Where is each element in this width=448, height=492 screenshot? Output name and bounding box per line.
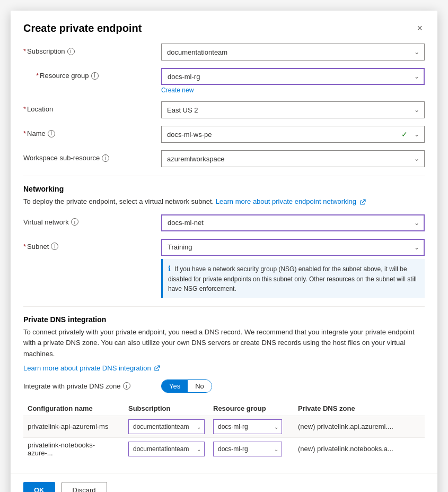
virtual-network-dropdown[interactable]: docs-ml-net [161,214,425,231]
subscription-dropdown[interactable]: documentationteam [161,44,425,61]
resource-group-control: docs-ml-rg ⌄ Create new [161,68,425,94]
name-input-wrapper: ✓ ⌄ [161,126,425,143]
networking-description: To deploy the private endpoint, select a… [23,196,425,207]
resource-group-dropdown[interactable]: docs-ml-rg [161,68,425,85]
name-input[interactable] [161,126,425,143]
location-label: * Location [23,101,161,113]
required-star: * [23,47,26,55]
subnet-row: * Subnet i Training ⌄ ℹ If you have a ne… [23,239,425,298]
workspace-subresource-row: Workspace sub-resource i azuremlworkspac… [23,150,425,167]
subscription-dropdown-wrapper-1: documentationteam ⌄ [128,419,205,434]
resource-group-dropdown-wrapper: docs-ml-rg ⌄ [161,68,425,85]
location-dropdown[interactable]: East US 2 [161,101,425,118]
dialog-header: Create private endpoint × [11,11,437,44]
subscription-row: * Subscription i documentationteam ⌄ [23,44,425,61]
dialog-footer: OK Discard [11,473,437,492]
workspace-subresource-dropdown-wrapper: azuremlworkspace ⌄ [161,150,425,167]
workspace-subresource-dropdown[interactable]: azuremlworkspace [161,150,425,167]
virtual-network-dropdown-wrapper: docs-ml-net ⌄ [161,214,425,231]
dns-zone-cell-2: (new) privatelink.notebooks.a... [294,437,425,460]
dns-table-body: privatelink-api-azureml-ms documentation… [23,416,425,460]
private-dns-heading: Private DNS integration [23,315,425,324]
workspace-subresource-control: azuremlworkspace ⌄ [161,150,425,167]
name-label: * Name i [23,126,161,137]
dialog-body: * Subscription i documentationteam ⌄ * R… [11,44,437,473]
name-control: ✓ ⌄ [161,126,425,143]
virtual-network-row: Virtual network i docs-ml-net ⌄ [23,214,425,231]
resource-group-dropdown-wrapper-1: docs-ml-rg ⌄ [213,419,282,434]
resource-group-cell-1: docs-ml-rg ⌄ [209,416,294,437]
dns-table-header-row: Configuration name Subscription Resource… [23,401,425,416]
virtual-network-info-icon[interactable]: i [71,218,78,226]
dns-table-row-1: privatelink-api-azureml-ms documentation… [23,416,425,437]
config-name-2: privatelink-notebooks-azure-... [23,437,124,460]
resource-group-row: * Resource group i docs-ml-rg ⌄ Create n… [23,68,425,94]
private-dns-description: To connect privately with your private e… [23,327,425,360]
subscription-control: documentationteam ⌄ [161,44,425,61]
name-info-icon[interactable]: i [48,130,55,137]
networking-heading: Networking [23,185,425,193]
ok-button[interactable]: OK [23,482,55,492]
resource-group-label: * Resource group i [23,68,161,80]
subnet-info-icon[interactable]: i [51,243,58,250]
workspace-subresource-info-icon[interactable]: i [102,154,109,162]
dns-row1-rg-dropdown[interactable]: docs-ml-rg [213,419,282,434]
dns-zone-cell-1: (new) privatelink.api.azureml.... [294,416,425,437]
create-new-link[interactable]: Create new [161,87,425,94]
config-name-header: Configuration name [23,401,124,416]
section-divider-2 [23,306,425,307]
dns-toggle[interactable]: Yes No [161,379,212,393]
toggle-yes[interactable]: Yes [162,380,188,392]
dns-learn-link-wrapper: Learn more about private DNS integration [23,364,425,372]
resource-group-info-icon[interactable]: i [91,72,99,80]
subscription-dropdown-wrapper: documentationteam ⌄ [161,44,425,61]
dns-zone-header: Private DNS zone [294,401,425,416]
required-star-loc: * [23,105,26,113]
required-star-rg: * [36,72,39,80]
dns-toggle-label: Integrate with private DNS zone i [23,382,161,390]
resource-group-header: Resource group [209,401,294,416]
dns-external-link-icon [154,365,160,372]
subscription-cell-2: documentationteam ⌄ [124,437,209,460]
dns-row1-subscription-dropdown[interactable]: documentationteam [128,419,205,434]
resource-group-dropdown-wrapper-2: docs-ml-rg ⌄ [213,442,282,456]
subscription-label: * Subscription i [23,44,161,55]
dns-table: Configuration name Subscription Resource… [23,401,425,460]
subscription-header: Subscription [124,401,209,416]
dns-table-head: Configuration name Subscription Resource… [23,401,425,416]
dns-row2-rg-dropdown[interactable]: docs-ml-rg [213,442,282,456]
dns-toggle-row: Integrate with private DNS zone i Yes No [23,379,425,393]
required-star-name: * [23,130,26,137]
subscription-cell-1: documentationteam ⌄ [124,416,209,437]
dns-table-row-2: privatelink-notebooks-azure-... document… [23,437,425,460]
name-row: * Name i ✓ ⌄ [23,126,425,143]
toggle-no[interactable]: No [188,380,212,392]
subscription-info-icon[interactable]: i [67,48,75,55]
location-control: East US 2 ⌄ [161,101,425,118]
dialog-title: Create private endpoint [23,22,142,34]
discard-button[interactable]: Discard [62,482,107,492]
workspace-subresource-label: Workspace sub-resource i [23,150,161,162]
subscription-dropdown-wrapper-2: documentationteam ⌄ [128,442,205,456]
virtual-network-control: docs-ml-net ⌄ [161,214,425,231]
subnet-label: * Subnet i [23,239,161,251]
create-private-endpoint-dialog: Create private endpoint × * Subscription… [11,11,437,492]
dns-row2-subscription-dropdown[interactable]: documentationteam [128,442,205,456]
subnet-dropdown-wrapper: Training ⌄ [161,239,425,256]
config-name-1: privatelink-api-azureml-ms [23,416,124,437]
required-star-subnet: * [23,243,26,251]
nsg-info-box: ℹ If you have a network security group (… [161,259,425,298]
location-dropdown-wrapper: East US 2 ⌄ [161,101,425,118]
virtual-network-label: Virtual network i [23,214,161,226]
networking-section: Networking To deploy the private endpoin… [23,185,425,298]
private-dns-section: Private DNS integration To connect priva… [23,315,425,460]
subnet-dropdown[interactable]: Training [161,239,425,256]
section-divider-1 [23,176,425,176]
networking-learn-link[interactable]: Learn more about private endpoint networ… [216,197,366,205]
dns-learn-link[interactable]: Learn more about private DNS integration [23,364,160,372]
info-box-icon: ℹ [168,264,171,273]
external-link-icon [359,199,366,205]
close-button[interactable]: × [415,21,425,35]
subnet-control: Training ⌄ ℹ If you have a network secur… [161,239,425,298]
dns-toggle-info-icon[interactable]: i [123,382,130,390]
